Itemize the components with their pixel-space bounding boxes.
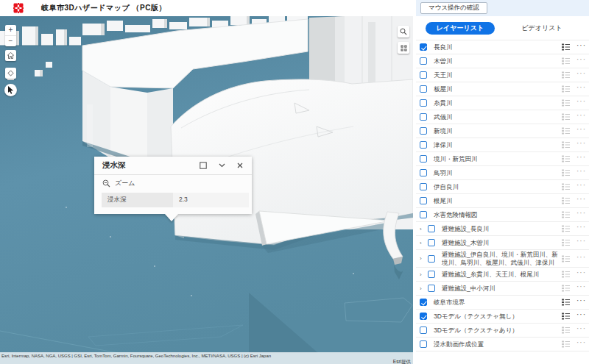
popup-pointer [165, 214, 178, 221]
layer-options-menu[interactable]: ··· [576, 197, 588, 204]
expand-chevron-icon[interactable]: › [420, 226, 428, 232]
layer-options-menu[interactable]: ··· [576, 43, 588, 51]
tab-layer-list[interactable]: レイヤーリスト [426, 22, 495, 35]
zoom-out-button[interactable]: − [5, 36, 16, 46]
legend-icon[interactable] [562, 285, 570, 292]
layer-label: 境川・新荒田川 [434, 155, 562, 163]
layer-options-menu[interactable]: ··· [576, 271, 588, 278]
layer-options-menu[interactable]: ··· [576, 326, 588, 334]
basemap-gallery-button[interactable] [398, 42, 409, 54]
layer-visibility-checkbox[interactable] [420, 127, 427, 135]
layer-visibility-checkbox[interactable] [428, 225, 435, 232]
layer-row: › 避難施設_中小河川 ··· [416, 282, 589, 296]
layer-options-menu[interactable]: ··· [576, 313, 588, 320]
legend-icon[interactable] [562, 155, 570, 163]
layer-options-menu[interactable]: ··· [576, 99, 588, 107]
legend-icon[interactable] [562, 313, 570, 320]
tab-video-list[interactable]: ビデオリスト [495, 24, 589, 33]
layer-visibility-checkbox[interactable] [428, 239, 435, 246]
legend-icon[interactable] [562, 197, 570, 204]
layer-visibility-checkbox[interactable] [428, 255, 435, 263]
layer-options-menu[interactable]: ··· [576, 127, 588, 135]
layer-visibility-checkbox[interactable] [420, 340, 427, 348]
layer-options-menu[interactable]: ··· [576, 255, 588, 263]
legend-icon[interactable] [562, 225, 570, 232]
layer-options-menu[interactable]: ··· [576, 57, 588, 65]
layer-visibility-checkbox[interactable] [420, 169, 427, 176]
legend-icon[interactable] [562, 141, 570, 149]
expand-chevron-icon[interactable]: › [420, 271, 428, 278]
zoom-to-icon [102, 179, 110, 188]
search-button[interactable] [398, 26, 409, 38]
popup-title: 浸水深 [102, 160, 197, 171]
layer-options-menu[interactable]: ··· [576, 225, 588, 232]
legend-icon[interactable] [562, 255, 570, 263]
layer-visibility-checkbox[interactable] [420, 99, 427, 107]
expand-chevron-icon[interactable]: › [420, 240, 428, 246]
layer-options-menu[interactable]: ··· [576, 239, 588, 246]
layer-options-menu[interactable]: ··· [576, 183, 588, 190]
zoom-in-button[interactable]: + [5, 26, 16, 36]
pointer-tool-button[interactable] [4, 84, 17, 96]
layer-options-menu[interactable]: ··· [576, 169, 588, 176]
expand-chevron-icon[interactable]: › [420, 255, 428, 262]
layer-label: 鳥羽川 [434, 169, 562, 177]
layer-row: › 長良川 ··· [416, 40, 589, 54]
layer-row: › 岐阜市境界 ··· [416, 296, 589, 310]
close-icon[interactable] [233, 159, 247, 172]
cursor-icon [7, 86, 14, 94]
legend-icon[interactable] [562, 127, 570, 135]
layer-visibility-checkbox[interactable] [420, 155, 427, 163]
layer-label: 避難施設_長良川 [442, 225, 562, 233]
legend-icon[interactable] [562, 340, 570, 348]
layer-options-menu[interactable]: ··· [576, 85, 588, 93]
legend-icon[interactable] [562, 239, 570, 246]
layer-visibility-checkbox[interactable] [420, 197, 427, 204]
home-button[interactable] [5, 50, 16, 61]
sidebar-topbar: マウス操作の確認 [416, 0, 589, 16]
layer-visibility-checkbox[interactable] [420, 326, 427, 334]
legend-icon[interactable] [562, 211, 570, 218]
layer-options-menu[interactable]: ··· [576, 113, 588, 121]
layer-visibility-checkbox[interactable] [420, 299, 427, 306]
layer-options-menu[interactable]: ··· [576, 155, 588, 163]
layer-row: › 水害危険情報図 ··· [416, 208, 589, 222]
layer-visibility-checkbox[interactable] [420, 43, 427, 51]
layer-options-menu[interactable]: ··· [576, 340, 588, 348]
layer-visibility-checkbox[interactable] [428, 285, 435, 292]
legend-icon[interactable] [562, 183, 570, 190]
layer-visibility-checkbox[interactable] [420, 113, 427, 121]
layer-visibility-checkbox[interactable] [420, 85, 427, 93]
legend-icon[interactable] [562, 99, 570, 107]
legend-icon[interactable] [562, 113, 570, 121]
layer-options-menu[interactable]: ··· [576, 141, 588, 149]
map-3d-scene[interactable]: + − [0, 16, 413, 364]
expand-chevron-icon[interactable]: › [420, 285, 428, 292]
locate-button[interactable] [5, 68, 16, 79]
legend-icon[interactable] [562, 169, 570, 176]
layer-row: › 避難施設_伊自良川、境川・新荒田川、新境川、鳥羽川、板屋川、武儀川、津保川 … [416, 250, 589, 268]
layer-options-menu[interactable]: ··· [576, 211, 588, 218]
layer-visibility-checkbox[interactable] [420, 313, 427, 320]
legend-icon[interactable] [562, 271, 570, 278]
layer-visibility-checkbox[interactable] [420, 71, 427, 79]
legend-icon[interactable] [562, 57, 570, 65]
layer-visibility-checkbox[interactable] [420, 183, 427, 190]
layer-options-menu[interactable]: ··· [576, 285, 588, 292]
layer-visibility-checkbox[interactable] [428, 271, 435, 278]
dock-icon[interactable] [197, 159, 210, 172]
legend-icon[interactable] [562, 85, 570, 93]
legend-icon[interactable] [562, 43, 570, 51]
layer-visibility-checkbox[interactable] [420, 141, 427, 149]
layer-visibility-checkbox[interactable] [420, 57, 427, 65]
layer-label: 天王川 [434, 71, 562, 79]
layer-options-menu[interactable]: ··· [576, 299, 588, 306]
legend-icon[interactable] [562, 71, 570, 79]
layer-options-menu[interactable]: ··· [576, 71, 588, 79]
collapse-chevron-icon[interactable] [215, 159, 228, 172]
legend-icon[interactable] [562, 299, 570, 306]
layer-visibility-checkbox[interactable] [420, 211, 427, 218]
legend-icon[interactable] [562, 326, 570, 334]
popup-zoom-action[interactable]: ズーム [94, 175, 252, 192]
mouse-help-button[interactable]: マウス操作の確認 [420, 2, 487, 14]
